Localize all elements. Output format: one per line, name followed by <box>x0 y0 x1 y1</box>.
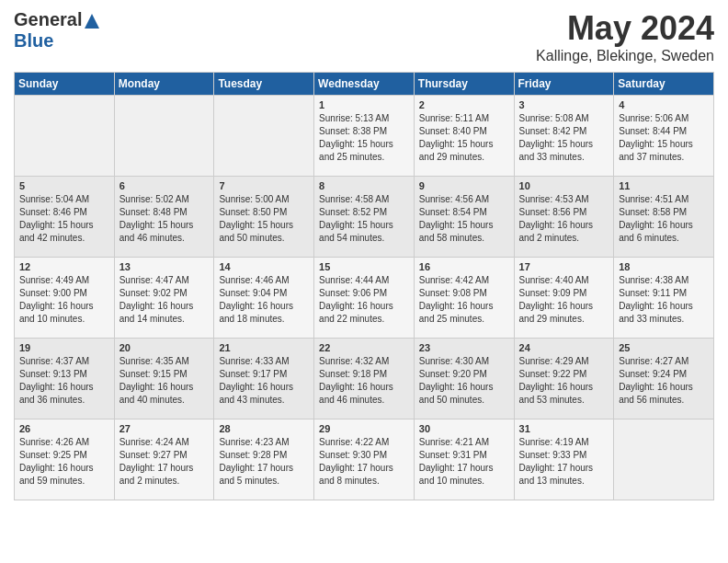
day-info: Sunrise: 4:47 AM Sunset: 9:02 PM Dayligh… <box>119 274 210 326</box>
day-info: Sunrise: 5:13 AM Sunset: 8:38 PM Dayligh… <box>319 112 409 164</box>
svg-marker-0 <box>85 14 99 29</box>
calendar-cell: 3Sunrise: 5:08 AM Sunset: 8:42 PM Daylig… <box>514 96 614 177</box>
calendar-cell: 26Sunrise: 4:26 AM Sunset: 9:25 PM Dayli… <box>15 419 115 500</box>
page: General Blue May 2024 Kallinge, Blekinge… <box>0 0 728 510</box>
day-info: Sunrise: 4:51 AM Sunset: 8:58 PM Dayligh… <box>619 193 709 245</box>
day-info: Sunrise: 4:22 AM Sunset: 9:30 PM Dayligh… <box>319 436 409 488</box>
day-number: 29 <box>319 423 409 434</box>
calendar-cell: 5Sunrise: 5:04 AM Sunset: 8:46 PM Daylig… <box>15 177 115 258</box>
day-number: 13 <box>119 261 210 272</box>
day-number: 31 <box>519 423 609 434</box>
calendar-cell: 4Sunrise: 5:06 AM Sunset: 8:44 PM Daylig… <box>614 96 714 177</box>
calendar-cell: 9Sunrise: 4:56 AM Sunset: 8:54 PM Daylig… <box>414 177 514 258</box>
day-number: 25 <box>619 342 709 353</box>
calendar-table: Sunday Monday Tuesday Wednesday Thursday… <box>14 72 714 500</box>
day-info: Sunrise: 4:26 AM Sunset: 9:25 PM Dayligh… <box>19 436 109 488</box>
calendar-week-1: 1Sunrise: 5:13 AM Sunset: 8:38 PM Daylig… <box>15 96 714 177</box>
day-number: 11 <box>619 180 709 191</box>
calendar-cell: 18Sunrise: 4:38 AM Sunset: 9:11 PM Dayli… <box>614 258 714 339</box>
day-info: Sunrise: 4:44 AM Sunset: 9:06 PM Dayligh… <box>319 274 409 326</box>
calendar-cell: 17Sunrise: 4:40 AM Sunset: 9:09 PM Dayli… <box>514 258 614 339</box>
day-info: Sunrise: 4:42 AM Sunset: 9:08 PM Dayligh… <box>419 274 509 326</box>
day-number: 9 <box>419 180 509 191</box>
day-info: Sunrise: 5:08 AM Sunset: 8:42 PM Dayligh… <box>519 112 609 164</box>
calendar-cell: 13Sunrise: 4:47 AM Sunset: 9:02 PM Dayli… <box>114 258 214 339</box>
day-number: 17 <box>519 261 609 272</box>
calendar-cell: 20Sunrise: 4:35 AM Sunset: 9:15 PM Dayli… <box>114 339 214 419</box>
day-info: Sunrise: 4:29 AM Sunset: 9:22 PM Dayligh… <box>519 355 609 407</box>
day-number: 20 <box>119 342 210 353</box>
month-title: May 2024 <box>536 9 714 48</box>
day-number: 4 <box>619 99 709 110</box>
day-number: 24 <box>519 342 609 353</box>
calendar-cell: 25Sunrise: 4:27 AM Sunset: 9:24 PM Dayli… <box>614 339 714 419</box>
col-monday: Monday <box>114 73 214 96</box>
calendar-cell: 19Sunrise: 4:37 AM Sunset: 9:13 PM Dayli… <box>15 339 115 419</box>
calendar-week-5: 26Sunrise: 4:26 AM Sunset: 9:25 PM Dayli… <box>15 419 714 500</box>
calendar-week-2: 5Sunrise: 5:04 AM Sunset: 8:46 PM Daylig… <box>15 177 714 258</box>
day-info: Sunrise: 4:56 AM Sunset: 8:54 PM Dayligh… <box>419 193 509 245</box>
day-number: 16 <box>419 261 509 272</box>
calendar-cell: 16Sunrise: 4:42 AM Sunset: 9:08 PM Dayli… <box>414 258 514 339</box>
day-info: Sunrise: 4:19 AM Sunset: 9:33 PM Dayligh… <box>519 436 609 488</box>
calendar-cell: 15Sunrise: 4:44 AM Sunset: 9:06 PM Dayli… <box>314 258 415 339</box>
calendar-cell: 24Sunrise: 4:29 AM Sunset: 9:22 PM Dayli… <box>514 339 614 419</box>
calendar-cell <box>614 419 714 500</box>
calendar-cell <box>214 96 314 177</box>
col-tuesday: Tuesday <box>214 73 314 96</box>
day-info: Sunrise: 4:33 AM Sunset: 9:17 PM Dayligh… <box>219 355 309 407</box>
calendar-cell: 29Sunrise: 4:22 AM Sunset: 9:30 PM Dayli… <box>314 419 415 500</box>
col-saturday: Saturday <box>614 73 714 96</box>
header-row: Sunday Monday Tuesday Wednesday Thursday… <box>15 73 714 96</box>
calendar-cell: 2Sunrise: 5:11 AM Sunset: 8:40 PM Daylig… <box>414 96 514 177</box>
calendar-cell: 31Sunrise: 4:19 AM Sunset: 9:33 PM Dayli… <box>514 419 614 500</box>
day-info: Sunrise: 4:35 AM Sunset: 9:15 PM Dayligh… <box>119 355 210 407</box>
day-number: 14 <box>219 261 309 272</box>
day-number: 27 <box>119 423 210 434</box>
calendar-cell: 23Sunrise: 4:30 AM Sunset: 9:20 PM Dayli… <box>414 339 514 419</box>
day-number: 15 <box>319 261 409 272</box>
day-number: 6 <box>119 180 210 191</box>
day-info: Sunrise: 4:58 AM Sunset: 8:52 PM Dayligh… <box>319 193 409 245</box>
location: Kallinge, Blekinge, Sweden <box>536 48 714 64</box>
col-thursday: Thursday <box>414 73 514 96</box>
day-number: 1 <box>319 99 409 110</box>
day-number: 8 <box>319 180 409 191</box>
calendar-cell: 8Sunrise: 4:58 AM Sunset: 8:52 PM Daylig… <box>314 177 415 258</box>
day-info: Sunrise: 4:27 AM Sunset: 9:24 PM Dayligh… <box>619 355 709 407</box>
day-info: Sunrise: 4:32 AM Sunset: 9:18 PM Dayligh… <box>319 355 409 407</box>
day-number: 5 <box>19 180 109 191</box>
day-number: 21 <box>219 342 309 353</box>
day-info: Sunrise: 4:46 AM Sunset: 9:04 PM Dayligh… <box>219 274 309 326</box>
calendar-cell <box>15 96 115 177</box>
day-info: Sunrise: 5:00 AM Sunset: 8:50 PM Dayligh… <box>219 193 309 245</box>
col-friday: Friday <box>514 73 614 96</box>
day-info: Sunrise: 4:49 AM Sunset: 9:00 PM Dayligh… <box>19 274 109 326</box>
day-info: Sunrise: 4:23 AM Sunset: 9:28 PM Dayligh… <box>219 436 309 488</box>
calendar-cell: 21Sunrise: 4:33 AM Sunset: 9:17 PM Dayli… <box>214 339 314 419</box>
day-info: Sunrise: 4:38 AM Sunset: 9:11 PM Dayligh… <box>619 274 709 326</box>
logo-icon <box>83 12 101 30</box>
day-number: 10 <box>519 180 609 191</box>
col-wednesday: Wednesday <box>314 73 415 96</box>
day-number: 23 <box>419 342 509 353</box>
day-number: 7 <box>219 180 309 191</box>
day-number: 28 <box>219 423 309 434</box>
day-number: 2 <box>419 99 509 110</box>
calendar-cell <box>114 96 214 177</box>
calendar-cell: 22Sunrise: 4:32 AM Sunset: 9:18 PM Dayli… <box>314 339 415 419</box>
day-info: Sunrise: 5:11 AM Sunset: 8:40 PM Dayligh… <box>419 112 509 164</box>
day-number: 3 <box>519 99 609 110</box>
day-number: 30 <box>419 423 509 434</box>
day-info: Sunrise: 5:04 AM Sunset: 8:46 PM Dayligh… <box>19 193 109 245</box>
day-number: 22 <box>319 342 409 353</box>
day-info: Sunrise: 4:24 AM Sunset: 9:27 PM Dayligh… <box>119 436 210 488</box>
calendar-cell: 14Sunrise: 4:46 AM Sunset: 9:04 PM Dayli… <box>214 258 314 339</box>
calendar-cell: 7Sunrise: 5:00 AM Sunset: 8:50 PM Daylig… <box>214 177 314 258</box>
calendar-cell: 6Sunrise: 5:02 AM Sunset: 8:48 PM Daylig… <box>114 177 214 258</box>
day-info: Sunrise: 4:40 AM Sunset: 9:09 PM Dayligh… <box>519 274 609 326</box>
header: General Blue May 2024 Kallinge, Blekinge… <box>14 9 714 64</box>
day-info: Sunrise: 5:06 AM Sunset: 8:44 PM Dayligh… <box>619 112 709 164</box>
day-number: 19 <box>19 342 109 353</box>
day-info: Sunrise: 4:30 AM Sunset: 9:20 PM Dayligh… <box>419 355 509 407</box>
